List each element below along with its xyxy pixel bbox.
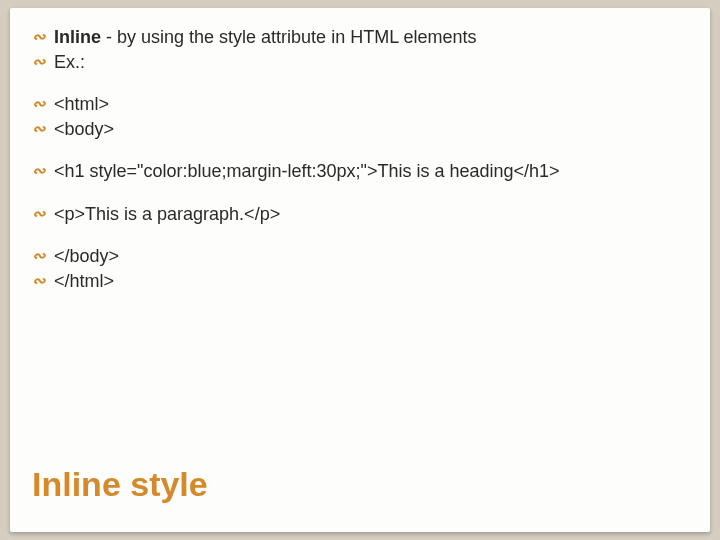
bullet-item: Ex.: bbox=[32, 51, 688, 74]
plain-text: - by using the style attribute in HTML e… bbox=[101, 27, 477, 47]
bullet-icon bbox=[32, 26, 54, 47]
bullet-icon bbox=[32, 270, 54, 291]
bullet-icon bbox=[32, 245, 54, 266]
bullet-text: <body> bbox=[54, 118, 688, 141]
bullet-icon bbox=[32, 51, 54, 72]
spacer bbox=[32, 185, 688, 203]
slide: Inline - by using the style attribute in… bbox=[10, 8, 710, 532]
bullet-item: <body> bbox=[32, 118, 688, 141]
bullet-item: Inline - by using the style attribute in… bbox=[32, 26, 688, 49]
bullet-text: Ex.: bbox=[54, 51, 688, 74]
bullet-text: <p>This is a paragraph.</p> bbox=[54, 203, 688, 226]
spacer bbox=[32, 227, 688, 245]
bullet-icon bbox=[32, 203, 54, 224]
spacer bbox=[32, 142, 688, 160]
bullet-text: </html> bbox=[54, 270, 688, 293]
bullet-icon bbox=[32, 160, 54, 181]
bullet-text: </body> bbox=[54, 245, 688, 268]
bullet-item: <h1 style="color:blue;margin-left:30px;"… bbox=[32, 160, 688, 183]
bullet-list: Inline - by using the style attribute in… bbox=[32, 26, 688, 294]
bullet-text: <h1 style="color:blue;margin-left:30px;"… bbox=[54, 160, 688, 183]
spacer bbox=[32, 75, 688, 93]
slide-title: Inline style bbox=[32, 465, 208, 504]
bullet-item: <html> bbox=[32, 93, 688, 116]
bullet-item: </html> bbox=[32, 270, 688, 293]
bullet-item: <p>This is a paragraph.</p> bbox=[32, 203, 688, 226]
bullet-icon bbox=[32, 118, 54, 139]
bullet-icon bbox=[32, 93, 54, 114]
bullet-item: </body> bbox=[32, 245, 688, 268]
bold-text: Inline bbox=[54, 27, 101, 47]
bullet-text: Inline - by using the style attribute in… bbox=[54, 26, 688, 49]
bullet-text: <html> bbox=[54, 93, 688, 116]
